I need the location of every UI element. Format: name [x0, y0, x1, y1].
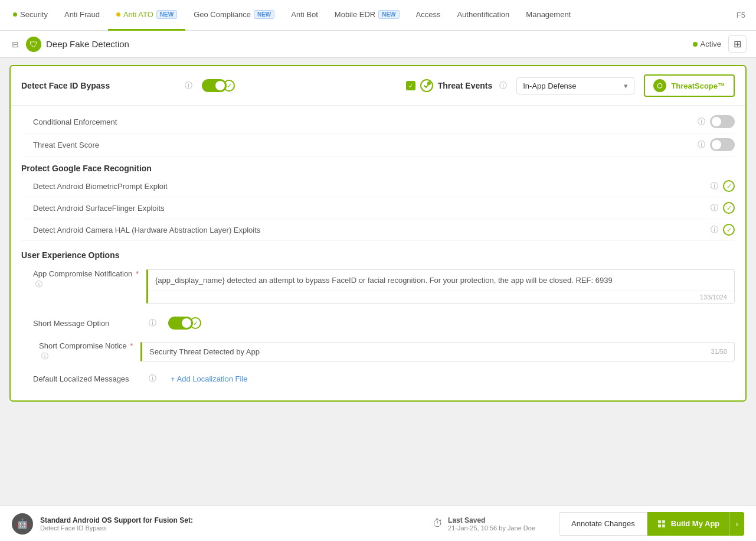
nav-label-anti-bot: Anti Bot	[291, 10, 318, 19]
android-biometric-check[interactable]: ✓	[723, 180, 735, 192]
short-compromise-input[interactable]: Security Threat Detected by App 31/50	[140, 342, 735, 361]
nav-item-authentification[interactable]: Authentification	[449, 0, 518, 31]
main-feature-toggle[interactable]: ✓	[202, 79, 235, 92]
short-message-row: Short Message Option ⓘ ✓	[21, 311, 735, 335]
short-compromise-required-star: *	[130, 341, 133, 350]
android-biometric-row: Detect Android BiometricPrompt Exploit ⓘ…	[21, 175, 735, 197]
protect-google-header: Protect Google Face Recognition	[21, 157, 735, 175]
nav-item-security[interactable]: Security	[5, 0, 56, 31]
threat-event-score-label: Threat Event Score	[33, 141, 695, 149]
nav-item-f5[interactable]: F5	[731, 11, 751, 19]
user-experience-header: User Experience Options	[21, 241, 735, 262]
collapse-button[interactable]: ⊟	[9, 37, 21, 51]
threat-event-score-info-icon[interactable]: ⓘ	[698, 139, 705, 150]
threatscope-label: ThreatScope™	[671, 82, 725, 90]
nav-item-anti-fraud[interactable]: Anti Fraud	[56, 0, 108, 31]
user-experience-label: User Experience Options	[21, 250, 120, 260]
threat-event-score-toggle[interactable]	[710, 138, 735, 151]
sub-header-right: Active ⊞	[693, 35, 747, 53]
app-compromise-info-icon[interactable]: ⓘ	[35, 279, 139, 289]
dropdown-arrow-icon: ▾	[624, 82, 628, 90]
threat-events-icon	[420, 79, 433, 92]
default-localized-info-icon[interactable]: ⓘ	[149, 373, 156, 384]
android-surface-check[interactable]: ✓	[723, 202, 735, 214]
nav-item-management[interactable]: Management	[518, 0, 579, 31]
app-compromise-row: App Compromise Notification * ⓘ {app_dis…	[21, 262, 735, 311]
short-compromise-value: Security Threat Detected by App	[149, 347, 260, 356]
nav-label-management: Management	[526, 10, 571, 19]
android-camera-label: Detect Android Camera HAL (Hardware Abst…	[33, 226, 708, 234]
android-biometric-label: Detect Android BiometricPrompt Exploit	[33, 182, 708, 191]
add-localization-link[interactable]: + Add Localization File	[171, 374, 247, 383]
short-compromise-counter: 31/50	[711, 348, 727, 355]
mobile-edr-badge: NEW	[378, 10, 399, 19]
nav-item-anti-ato[interactable]: Anti ATO NEW	[108, 0, 185, 31]
nav-label-anti-ato: Anti ATO	[123, 10, 153, 19]
svg-point-0	[421, 80, 433, 92]
short-compromise-label: Short Compromise Notice *	[39, 341, 133, 350]
active-badge: Active	[693, 40, 721, 48]
default-localized-row: Default Localized Messages ⓘ + Add Local…	[21, 367, 735, 390]
nav-item-anti-bot[interactable]: Anti Bot	[283, 0, 326, 31]
android-surface-info-icon[interactable]: ⓘ	[711, 203, 718, 213]
short-message-label: Short Message Option	[33, 319, 139, 328]
default-localized-label: Default Localized Messages	[33, 374, 139, 383]
threat-events-label: Threat Events	[438, 81, 493, 90]
dropdown-value: In-App Defense	[523, 82, 576, 90]
nav-item-geo-compliance[interactable]: Geo Compliance NEW	[185, 0, 283, 31]
main-feature-label: Detect Face ID Bypass	[21, 81, 173, 90]
main-scrollable: Detect Face ID Bypass ⓘ ✓ ✓	[0, 58, 756, 506]
threat-events-checkbox[interactable]: ✓	[406, 81, 415, 90]
active-dot	[693, 42, 698, 47]
page-title: Deep Fake Detection	[46, 39, 129, 49]
main-content: Detect Face ID Bypass ⓘ ✓ ✓	[0, 58, 756, 409]
short-compromise-info-icon[interactable]: ⓘ	[41, 351, 133, 361]
android-surface-row: Detect Android SurfaceFlinger Exploits ⓘ…	[21, 197, 735, 219]
android-camera-check[interactable]: ✓	[723, 224, 735, 236]
nav-label-mobile-edr: Mobile EDR	[335, 10, 375, 19]
conditional-enforcement-info-icon[interactable]: ⓘ	[698, 116, 705, 127]
nav-label-security: Security	[20, 10, 48, 19]
in-app-defense-dropdown[interactable]: In-App Defense ▾	[516, 77, 634, 94]
conditional-enforcement-label: Conditional Enforcement	[33, 118, 695, 126]
android-camera-info-icon[interactable]: ⓘ	[711, 224, 718, 235]
short-message-toggle[interactable]: ✓	[168, 317, 201, 330]
android-camera-row: Detect Android Camera HAL (Hardware Abst…	[21, 219, 735, 241]
app-compromise-label: App Compromise Notification *	[33, 269, 139, 278]
main-feature-info-icon[interactable]: ⓘ	[185, 80, 192, 91]
security-dot	[13, 12, 17, 17]
status-label: Active	[701, 40, 721, 48]
threatscope-button[interactable]: ⬡ ThreatScope™	[644, 74, 735, 97]
conditional-enforcement-row: Conditional Enforcement ⓘ	[21, 110, 735, 133]
anti-ato-badge: NEW	[156, 10, 177, 19]
nav-label-geo-compliance: Geo Compliance	[194, 10, 251, 19]
android-surface-label: Detect Android SurfaceFlinger Exploits	[33, 204, 708, 213]
short-message-info-icon[interactable]: ⓘ	[149, 318, 156, 328]
sub-header: ⊟ 🛡 Deep Fake Detection Active ⊞	[0, 31, 756, 58]
threatscope-icon: ⬡	[653, 79, 666, 92]
short-compromise-row: Short Compromise Notice * ⓘ Security Thr…	[21, 335, 735, 367]
nav-item-mobile-edr[interactable]: Mobile EDR NEW	[326, 0, 408, 31]
app-compromise-text-wrap: {app_display_name} detected an attempt t…	[146, 269, 735, 304]
feature-card: Detect Face ID Bypass ⓘ ✓ ✓	[9, 65, 747, 402]
anti-ato-dot	[116, 12, 120, 17]
app-compromise-text-content[interactable]: {app_display_name} detected an attempt t…	[148, 270, 734, 291]
protect-google-label: Protect Google Face Recognition	[21, 164, 152, 173]
report-button[interactable]: ⊞	[728, 35, 747, 53]
top-navigation: Security Anti Fraud Anti ATO NEW Geo Com…	[0, 0, 756, 31]
app-compromise-required-star: *	[136, 269, 139, 278]
card-top-bar: Detect Face ID Bypass ⓘ ✓ ✓	[11, 66, 745, 106]
shield-icon: 🛡	[26, 37, 41, 52]
app-compromise-label-area: App Compromise Notification * ⓘ	[33, 269, 139, 289]
sub-header-left: ⊟ 🛡 Deep Fake Detection	[9, 37, 129, 52]
threat-events-info-icon[interactable]: ⓘ	[499, 80, 507, 91]
short-compromise-label-area: Short Compromise Notice * ⓘ	[39, 341, 133, 361]
geo-compliance-badge: NEW	[254, 10, 274, 19]
svg-point-1	[427, 82, 431, 85]
conditional-enforcement-toggle[interactable]	[710, 115, 735, 128]
nav-item-access[interactable]: Access	[408, 0, 449, 31]
threat-events-area: ✓ Threat Events ⓘ	[406, 79, 508, 92]
android-biometric-info-icon[interactable]: ⓘ	[711, 181, 718, 191]
card-body: Conditional Enforcement ⓘ Threat Event S…	[11, 106, 745, 400]
threat-event-score-row: Threat Event Score ⓘ	[21, 133, 735, 157]
